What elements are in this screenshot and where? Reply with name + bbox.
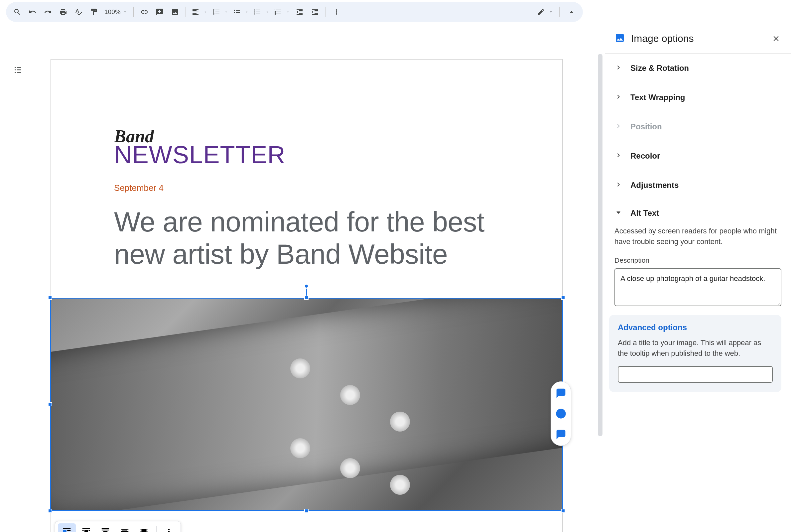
- zoom-value: 100%: [104, 8, 121, 16]
- add-comment-icon[interactable]: [152, 5, 167, 19]
- chevron-right-icon: [614, 63, 623, 73]
- chevron-down-icon: [223, 10, 230, 14]
- bullet-list-menu[interactable]: [251, 5, 271, 19]
- separator: [559, 7, 559, 17]
- emoji-reaction-icon[interactable]: [553, 406, 569, 422]
- image-selection-box: [50, 298, 563, 511]
- checklist-menu[interactable]: [230, 5, 250, 19]
- wrap-text-button[interactable]: [77, 524, 95, 532]
- close-icon[interactable]: [770, 32, 783, 45]
- svg-point-26: [557, 409, 566, 418]
- alt-text-header[interactable]: Alt Text: [614, 208, 781, 218]
- svg-rect-17: [121, 529, 129, 530]
- in-front-text-button[interactable]: [135, 524, 153, 532]
- advanced-options-help: Add a title to your image. This will app…: [618, 338, 773, 359]
- bullet-list-icon: [251, 5, 264, 19]
- main-toolbar: 100%: [6, 2, 583, 22]
- section-label: Size & Rotation: [630, 63, 689, 73]
- resize-handle-bl[interactable]: [48, 509, 52, 513]
- section-text-wrapping[interactable]: Text Wrapping: [605, 83, 791, 112]
- break-text-button[interactable]: [96, 524, 114, 532]
- chevron-down-icon: [243, 10, 250, 14]
- chevron-right-icon: [614, 122, 623, 131]
- separator: [156, 526, 157, 532]
- section-position: Position: [605, 112, 791, 141]
- print-icon[interactable]: [56, 5, 71, 19]
- section-recolor[interactable]: Recolor: [605, 141, 791, 171]
- section-label: Position: [630, 122, 662, 131]
- outline-toggle-icon[interactable]: [10, 62, 26, 78]
- alt-text-help: Accessed by screen readers for people wh…: [614, 226, 781, 247]
- chevron-right-icon: [614, 180, 623, 190]
- svg-rect-7: [82, 530, 84, 531]
- scrollbar-thumb[interactable]: [598, 54, 603, 436]
- vertical-scrollbar[interactable]: [598, 54, 603, 436]
- chevron-down-icon: [123, 10, 127, 14]
- separator: [186, 7, 186, 17]
- image-more-icon[interactable]: [160, 524, 178, 532]
- sidebar-title: Image options: [631, 33, 763, 44]
- section-label: Alt Text: [630, 208, 659, 218]
- svg-rect-23: [141, 529, 147, 532]
- selected-image[interactable]: [50, 298, 563, 511]
- rotation-handle[interactable]: [304, 284, 308, 288]
- inline-wrap-button[interactable]: [58, 524, 76, 532]
- section-alt-text: Alt Text Accessed by screen readers for …: [605, 200, 791, 307]
- chevron-down-icon: [202, 10, 209, 14]
- redo-icon[interactable]: [41, 5, 55, 19]
- svg-rect-2: [67, 530, 71, 531]
- headline-text: We are nominated for the best new artist…: [114, 206, 499, 270]
- collapse-toolbar-icon[interactable]: [564, 5, 579, 19]
- decrease-indent-icon[interactable]: [292, 5, 307, 19]
- separator: [325, 7, 326, 17]
- resize-handle-lm[interactable]: [48, 402, 52, 406]
- behind-text-button[interactable]: [116, 524, 134, 532]
- description-textarea[interactable]: [614, 268, 781, 306]
- document-canvas[interactable]: Band NEWSLETTER September 4 We are nomin…: [0, 24, 605, 532]
- sidebar-header: Image options: [605, 24, 791, 54]
- resize-handle-bm[interactable]: [304, 509, 308, 513]
- section-adjustments[interactable]: Adjustments: [605, 171, 791, 200]
- guitar-image-content: [51, 299, 562, 510]
- chevron-down-icon: [284, 10, 291, 14]
- zoom-select[interactable]: 100%: [102, 8, 130, 16]
- undo-icon[interactable]: [25, 5, 40, 19]
- app-root: 100%: [0, 0, 798, 532]
- suggest-edit-icon[interactable]: [553, 426, 569, 442]
- paint-format-icon[interactable]: [87, 5, 101, 19]
- svg-rect-5: [82, 528, 90, 529]
- svg-rect-13: [102, 530, 109, 531]
- increase-indent-icon[interactable]: [307, 5, 322, 19]
- section-label: Text Wrapping: [630, 93, 685, 102]
- numbered-list-menu[interactable]: [272, 5, 291, 19]
- advanced-title-input[interactable]: [618, 366, 773, 383]
- align-menu[interactable]: [189, 5, 209, 19]
- add-comment-float-icon[interactable]: [553, 385, 569, 401]
- date-text: September 4: [114, 183, 499, 193]
- spellcheck-icon[interactable]: [71, 5, 86, 19]
- editing-mode-menu[interactable]: [535, 5, 555, 19]
- svg-rect-0: [63, 528, 71, 529]
- separator: [133, 7, 134, 17]
- search-icon[interactable]: [10, 5, 25, 19]
- checklist-icon: [230, 5, 243, 19]
- resize-handle-tm[interactable]: [304, 296, 308, 300]
- image-icon: [614, 33, 625, 44]
- chevron-down-icon: [264, 10, 271, 14]
- section-size-rotation[interactable]: Size & Rotation: [605, 54, 791, 83]
- insert-link-icon[interactable]: [137, 5, 152, 19]
- insert-image-icon[interactable]: [168, 5, 182, 19]
- chevron-down-icon: [547, 10, 555, 14]
- svg-rect-1: [63, 530, 66, 532]
- svg-rect-8: [89, 530, 90, 531]
- advanced-options-title[interactable]: Advanced options: [618, 323, 773, 332]
- section-label: Adjustments: [630, 180, 679, 190]
- pencil-icon: [535, 5, 547, 19]
- description-label: Description: [614, 256, 781, 264]
- resize-handle-br[interactable]: [561, 509, 565, 513]
- line-spacing-icon: [210, 5, 223, 19]
- more-icon[interactable]: [329, 5, 344, 19]
- line-spacing-menu[interactable]: [210, 5, 230, 19]
- resize-handle-tl[interactable]: [48, 296, 52, 300]
- resize-handle-tr[interactable]: [561, 296, 565, 300]
